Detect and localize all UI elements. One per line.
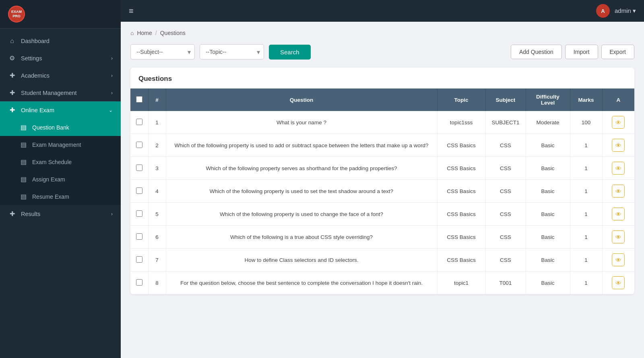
avatar: A (596, 4, 610, 18)
row-checkbox-cell (130, 203, 148, 226)
row-topic: CSS Basics (437, 226, 485, 249)
view-button[interactable]: 👁 (612, 185, 625, 198)
topbar: ≡ A admin ▾ (121, 0, 644, 22)
row-topic: CSS Basics (437, 180, 485, 203)
questions-table: # Question Topic Subject DifficultyLevel… (130, 88, 634, 294)
view-button[interactable]: 👁 (612, 230, 625, 243)
row-subject: CSS (485, 134, 526, 157)
row-checkbox[interactable] (136, 165, 142, 171)
filter-actions: Add Question Import Export (511, 45, 634, 59)
breadcrumb: ⌂ Home / Questions (130, 30, 634, 36)
row-difficulty: Basic (526, 272, 570, 294)
document-icon: ▤ (19, 193, 27, 200)
logo-icon: EXAM PRO (8, 6, 25, 23)
header-action: A (602, 88, 634, 111)
settings-icon: ⚙ (8, 54, 16, 62)
search-button[interactable]: Search (269, 45, 311, 60)
select-all-checkbox[interactable] (136, 96, 142, 103)
view-button[interactable]: 👁 (612, 208, 625, 220)
topic-select-wrapper: --Topic-- (200, 44, 264, 60)
add-question-button[interactable]: Add Question (511, 45, 562, 59)
row-topic: CSS Basics (437, 203, 485, 226)
topic-select[interactable]: --Topic-- (200, 44, 264, 60)
sidebar-item-student-management[interactable]: ✚ Student Management › (0, 84, 121, 101)
row-checkbox-cell (130, 226, 148, 249)
row-actions: 👁 (602, 180, 634, 203)
row-question: Which of the following property is used … (166, 203, 437, 226)
export-button[interactable]: Export (601, 45, 634, 59)
plus-icon: ✚ (8, 210, 16, 218)
row-checkbox-cell (130, 180, 148, 203)
row-checkbox-cell (130, 157, 148, 180)
row-checkbox[interactable] (136, 210, 142, 217)
header-checkbox-cell (130, 88, 148, 111)
row-checkbox[interactable] (136, 187, 142, 194)
sidebar-item-online-exam[interactable]: ✚ Online Exam ⌄ (0, 101, 121, 119)
row-topic: topic1 (437, 272, 485, 294)
breadcrumb-home-icon: ⌂ (130, 30, 134, 36)
chevron-right-icon: › (111, 90, 113, 96)
online-exam-submenu: ▤ Question Bank ▤ Exam Management ▤ Exam… (0, 119, 121, 205)
breadcrumb-home-link[interactable]: Home (137, 30, 152, 36)
subject-select[interactable]: --Subject-- (130, 44, 195, 60)
table-row: 2 Which of the following property is use… (130, 134, 634, 157)
view-button[interactable]: 👁 (612, 139, 625, 152)
view-button[interactable]: 👁 (612, 116, 625, 129)
view-button[interactable]: 👁 (612, 276, 625, 289)
chevron-right-icon: › (111, 56, 113, 61)
sidebar-item-label: Results (21, 211, 40, 217)
document-icon: ▤ (19, 158, 27, 166)
sidebar-item-label: Exam Schedule (32, 159, 72, 165)
row-number: 4 (148, 180, 166, 203)
row-actions: 👁 (602, 157, 634, 180)
sidebar-item-label: Academics (21, 72, 50, 79)
row-question: What is your name ? (166, 111, 437, 134)
sidebar-logo: EXAM PRO (0, 0, 121, 29)
row-marks: 1 (570, 180, 602, 203)
row-checkbox[interactable] (136, 142, 142, 148)
row-question: Which of the following property is used … (166, 180, 437, 203)
row-checkbox[interactable] (136, 119, 142, 125)
header-marks: Marks (570, 88, 602, 111)
topbar-right[interactable]: A admin ▾ (596, 4, 636, 18)
sidebar-item-academics[interactable]: ✚ Academics › (0, 67, 121, 84)
admin-label[interactable]: admin ▾ (615, 7, 636, 14)
sidebar-item-question-bank[interactable]: ▤ Question Bank (0, 119, 121, 136)
sidebar-item-results[interactable]: ✚ Results › (0, 205, 121, 222)
sidebar-item-exam-management[interactable]: ▤ Exam Management (0, 136, 121, 153)
row-number: 1 (148, 111, 166, 134)
sidebar-item-label: Online Exam (21, 107, 54, 113)
sidebar-item-resume-exam[interactable]: ▤ Resume Exam (0, 188, 121, 205)
table-row: 7 How to define Class selectors and ID s… (130, 249, 634, 272)
home-icon: ⌂ (8, 37, 16, 45)
row-subject: CSS (485, 203, 526, 226)
row-topic: CSS Basics (437, 134, 485, 157)
view-button[interactable]: 👁 (612, 162, 625, 175)
row-actions: 👁 (602, 111, 634, 134)
row-topic: topic1sss (437, 111, 485, 134)
row-actions: 👁 (602, 203, 634, 226)
header-question: Question (166, 88, 437, 111)
row-question: Which of the following is a true about C… (166, 226, 437, 249)
row-checkbox[interactable] (136, 279, 142, 286)
sidebar-item-exam-schedule[interactable]: ▤ Exam Schedule (0, 153, 121, 171)
row-subject: CSS (485, 226, 526, 249)
row-subject: CSS (485, 157, 526, 180)
sidebar-item-label: Assign Exam (32, 176, 65, 183)
row-checkbox-cell (130, 134, 148, 157)
hamburger-menu-button[interactable]: ≡ (129, 6, 134, 16)
row-number: 7 (148, 249, 166, 272)
row-checkbox[interactable] (136, 233, 142, 240)
table-row: 8 For the question below, choose the bes… (130, 272, 634, 294)
sidebar-item-dashboard[interactable]: ⌂ Dashboard (0, 33, 121, 49)
view-button[interactable]: 👁 (612, 253, 625, 266)
header-subject: Subject (485, 88, 526, 111)
sidebar-item-assign-exam[interactable]: ▤ Assign Exam (0, 171, 121, 188)
row-marks: 1 (570, 226, 602, 249)
table-row: 4 Which of the following property is use… (130, 180, 634, 203)
import-button[interactable]: Import (565, 45, 598, 59)
header-difficulty: DifficultyLevel (526, 88, 570, 111)
sidebar-item-settings[interactable]: ⚙ Settings › (0, 49, 121, 67)
breadcrumb-current: Questions (160, 30, 186, 36)
row-checkbox[interactable] (136, 256, 142, 263)
